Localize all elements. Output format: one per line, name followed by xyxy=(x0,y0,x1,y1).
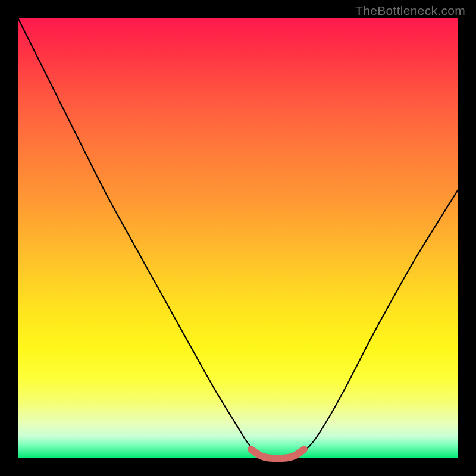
optimal-band xyxy=(251,449,304,458)
curve-layer xyxy=(18,18,458,458)
chart-frame: TheBottleneck.com xyxy=(0,0,476,476)
plot-area xyxy=(18,18,458,458)
watermark-label: TheBottleneck.com xyxy=(355,4,465,18)
bottleneck-curve xyxy=(18,18,458,458)
